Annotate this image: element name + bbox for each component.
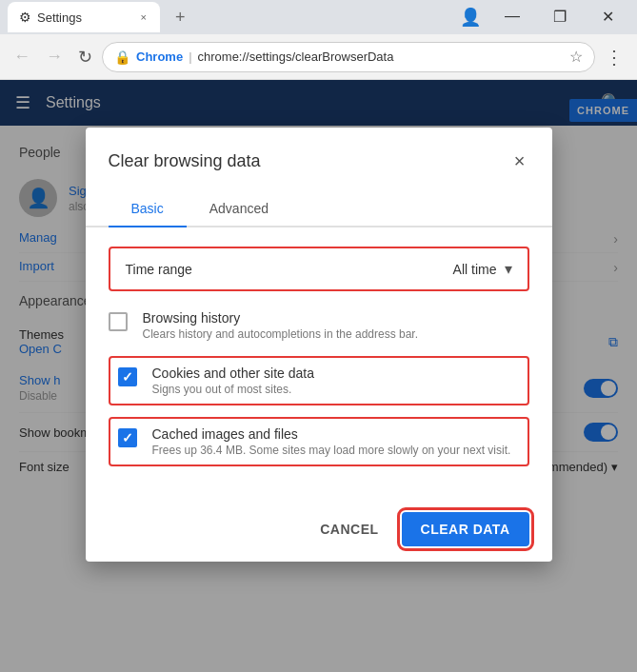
tab-basic[interactable]: Basic	[109, 191, 187, 226]
cached-images-highlighted-container: ✓ Cached images and files Frees up 36.4 …	[109, 417, 529, 466]
cancel-button[interactable]: CANCEL	[305, 512, 393, 546]
dialog-header: Clear browsing data ×	[86, 128, 552, 176]
minimize-btn[interactable]: —	[490, 1, 534, 31]
browser-frame: ⚙ Settings × + 👤 — ❐ ✕ ← → ↻ 🔒 Chrome | …	[0, 0, 637, 672]
cookies-item: ✓ Cookies and other site data Signs you …	[118, 366, 520, 396]
tab-close-btn[interactable]: ×	[139, 10, 149, 25]
lock-icon: 🔒	[114, 49, 130, 65]
restore-btn[interactable]: ❐	[538, 1, 582, 31]
browser-tab[interactable]: ⚙ Settings ×	[8, 2, 160, 32]
cookies-content: Cookies and other site data Signs you ou…	[152, 366, 314, 396]
browsing-history-checkbox[interactable]	[109, 312, 128, 331]
time-range-label: Time range	[126, 262, 192, 277]
refresh-btn[interactable]: ↻	[72, 41, 98, 73]
browsing-history-desc: Clears history and autocompletions in th…	[143, 327, 419, 341]
back-btn[interactable]: ←	[8, 41, 36, 72]
time-range-container[interactable]: Time range All time ▾	[109, 247, 529, 291]
nav-bar: ← → ↻ 🔒 Chrome | chrome://settings/clear…	[0, 34, 637, 80]
browser-menu-btn[interactable]: ⋮	[599, 40, 629, 74]
cookies-desc: Signs you out of most sites.	[152, 383, 314, 396]
cached-images-title: Cached images and files	[152, 426, 511, 442]
forward-btn[interactable]: →	[40, 41, 69, 72]
cookies-title: Cookies and other site data	[152, 366, 314, 381]
browsing-history-item: Browsing history Clears history and auto…	[109, 310, 529, 341]
cached-checkmark-icon: ✓	[122, 430, 133, 445]
clear-browsing-dialog: Clear browsing data × Basic Advanced Tim…	[86, 128, 552, 562]
address-path: chrome://settings/clearBrowserData	[198, 49, 394, 64]
cookies-checkbox[interactable]: ✓	[118, 367, 137, 386]
cached-images-desc: Frees up 36.4 MB. Some sites may load mo…	[152, 444, 511, 457]
dialog-close-btn[interactable]: ×	[510, 147, 529, 176]
cookies-highlighted-container: ✓ Cookies and other site data Signs you …	[109, 356, 529, 405]
cookies-checkmark-icon: ✓	[122, 369, 133, 385]
dialog-title: Clear browsing data	[109, 151, 261, 171]
dialog-body: Time range All time ▾ Browsing history C…	[86, 227, 552, 497]
settings-page: ☰ Settings 🔍 People 👤 Sign in to Chrome …	[0, 80, 637, 672]
close-btn[interactable]: ✕	[586, 1, 629, 31]
new-tab-btn[interactable]: +	[168, 4, 193, 31]
settings-favicon: ⚙	[19, 10, 31, 25]
time-range-select[interactable]: All time ▾	[453, 260, 512, 278]
cached-images-content: Cached images and files Frees up 36.4 MB…	[152, 426, 511, 457]
tab-advanced[interactable]: Advanced	[187, 191, 291, 226]
browsing-history-content: Browsing history Clears history and auto…	[143, 310, 419, 341]
modal-overlay: Clear browsing data × Basic Advanced Tim…	[0, 80, 637, 672]
address-site: Chrome	[136, 49, 183, 64]
clear-data-button[interactable]: CLEAR DATA	[402, 512, 529, 546]
address-bar[interactable]: 🔒 Chrome | chrome://settings/clearBrowse…	[102, 42, 595, 72]
profile-icon[interactable]: 👤	[454, 1, 487, 33]
cached-images-checkbox[interactable]: ✓	[118, 428, 137, 447]
dialog-footer: CANCEL CLEAR DATA	[86, 497, 552, 562]
title-bar: ⚙ Settings × + 👤 — ❐ ✕	[0, 0, 637, 34]
cached-images-item: ✓ Cached images and files Frees up 36.4 …	[118, 426, 520, 457]
window-controls: 👤 — ❐ ✕	[454, 1, 629, 33]
dialog-tabs: Basic Advanced	[86, 191, 552, 227]
browsing-history-title: Browsing history	[143, 310, 419, 326]
bookmark-star-icon[interactable]: ☆	[569, 48, 583, 66]
time-range-value: All time	[453, 262, 497, 277]
tab-title: Settings	[37, 10, 82, 25]
time-range-dropdown-icon: ▾	[505, 260, 512, 278]
address-separator: |	[189, 49, 191, 64]
